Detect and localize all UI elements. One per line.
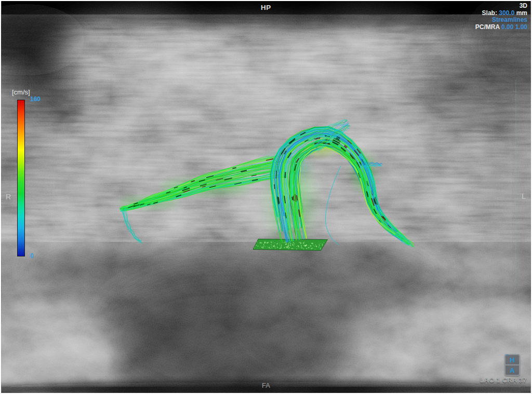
viewer-window: HP 3D Slab: 300.0 mm Streamlines PC/MRA …	[0, 0, 532, 394]
mri-noise-texture	[2, 1, 531, 393]
colorbar-unit-label: [cm/s]	[12, 88, 30, 96]
render-mode-label[interactable]: Streamlines	[475, 17, 527, 24]
orientation-cube-head-cell: ˆ H	[506, 355, 519, 365]
overlay-top-right: 3D Slab: 300.0 mm Streamlines PC/MRA 0.0…	[475, 3, 527, 31]
orientation-cube[interactable]: ˆ H A	[504, 354, 520, 376]
orientation-label-right-side: R	[6, 193, 11, 201]
slab-info: Slab: 300.0 mm	[475, 10, 527, 17]
orientation-label-bottom: FA	[1, 382, 531, 389]
patient-orientation-top-label: HP	[1, 4, 531, 11]
emitter-plane[interactable]	[253, 239, 327, 251]
sequence-info: PC/MRA 0.00 1.00	[475, 24, 527, 31]
3d-viewport[interactable]	[1, 1, 531, 393]
orientation-cube-anterior-cell: A	[506, 365, 519, 375]
caret-icon: ˆ	[506, 355, 508, 360]
colorbar-min-value: 0	[30, 252, 34, 260]
view-mode-label: 3D	[475, 3, 527, 10]
projection-angle-label: LAO 1 CRA 37	[480, 377, 527, 384]
velocity-colorbar	[17, 100, 25, 256]
colorbar-max-value: 160	[30, 96, 41, 103]
orientation-label-left-side: L	[522, 192, 526, 200]
